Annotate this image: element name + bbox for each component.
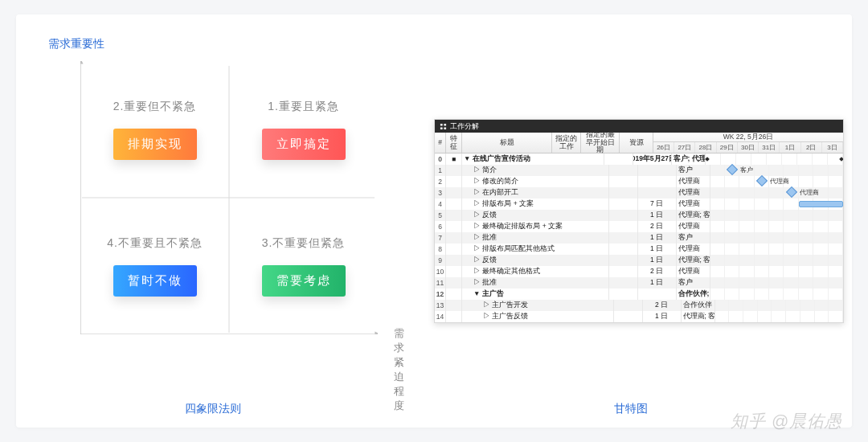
cell: 6 — [435, 221, 446, 232]
cell: 2 日 — [638, 221, 677, 232]
table-row: 14▷ 主广告反馈1 日代理商; 客 — [435, 311, 843, 322]
cell: ▷ 反馈 — [462, 210, 609, 221]
timeline-cell — [710, 221, 844, 232]
cell: 代理商 — [677, 244, 710, 255]
gantt-window-title: 工作分解 — [450, 121, 479, 132]
timeline-cell — [710, 198, 844, 210]
page: 需求重要性 2.重要但不紧急 排期实现 — [0, 0, 868, 442]
cell — [614, 311, 643, 322]
table-row: 15▷ 最终确定主广告1 日合作伙伴 — [435, 322, 843, 323]
timeline-cell: 代理商 — [710, 187, 844, 198]
cell: 1 日 — [638, 244, 677, 255]
cell — [446, 289, 462, 300]
timeline-cell — [715, 322, 844, 323]
col-res: 资源 — [620, 133, 653, 153]
cell: 12 — [435, 289, 446, 300]
q4-action: 暂时不做 — [113, 265, 197, 297]
cell: 代理商; 客 — [682, 311, 715, 322]
gantt-header-left: # 特征 标题 指定的工作 指定的最早开始日期 资源 — [435, 133, 653, 153]
cell: ▷ 反馈 — [462, 255, 609, 266]
col-title: 标题 — [462, 133, 552, 153]
q2-action: 排期实现 — [113, 129, 197, 160]
table-row: 9▷ 反馈1 日代理商; 客 — [435, 255, 843, 266]
cell: 0 — [435, 153, 446, 165]
cell: 1 日 — [643, 311, 682, 322]
x-axis-label: 需求紧迫程度 — [394, 326, 410, 413]
timeline-cell — [710, 210, 844, 221]
cell: 客户; 代理 — [672, 153, 706, 165]
cell: ▼ 主广告 — [462, 289, 609, 300]
card: 需求重要性 2.重要但不紧急 排期实现 — [16, 14, 852, 428]
table-row: 13▷ 主广告开发2 日合作伙伴 — [435, 300, 843, 311]
cell — [446, 255, 462, 266]
quadrant-4: 4.不重要且不紧急 暂时不做 — [80, 198, 229, 334]
cell: 7 — [435, 232, 446, 244]
cell — [614, 322, 643, 323]
tree-icon — [440, 123, 447, 130]
cell: 2 — [435, 176, 446, 187]
cell — [638, 187, 677, 198]
cell — [446, 277, 462, 289]
cell — [609, 198, 638, 210]
cell: 7 日 — [638, 198, 677, 210]
table-row: 12▼ 主广告合作伙伴; — [435, 289, 843, 300]
cell: ▷ 批准 — [462, 232, 609, 244]
cell: ▷ 最终确定主广告 — [462, 322, 614, 323]
cell — [609, 255, 638, 266]
col-assigned: 指定的工作 — [552, 133, 581, 153]
cell: 8 — [435, 244, 446, 255]
timeline-cell — [710, 277, 844, 289]
axes: 2.重要但不紧急 排期实现 1.重要且紧急 立即搞定 4.不重要且不紧急 暂时不… — [80, 61, 378, 334]
table-row: 8▷ 排版布局匹配其他格式1 日代理商 — [435, 244, 843, 255]
gantt-header-right: WK 22, 5月26日 26日27日28日29日30日31日1日2日3日 — [653, 133, 843, 153]
cell — [446, 176, 462, 187]
quadrant-3: 3.不重要但紧急 需要考虑 — [229, 198, 378, 334]
cell: ▷ 主广告开发 — [462, 300, 614, 311]
day-col: 26日 — [653, 142, 674, 153]
cell: 代理商; 客 — [677, 210, 710, 221]
timeline-cell — [710, 289, 844, 300]
cell — [446, 266, 462, 277]
cell — [638, 176, 677, 187]
cell: 代理商 — [677, 198, 710, 210]
cell — [609, 221, 638, 232]
left-caption: 四象限法则 — [16, 402, 410, 416]
cell — [609, 232, 638, 244]
cell — [638, 165, 677, 176]
col-feat: 特征 — [446, 133, 462, 153]
four-quadrant-panel: 需求重要性 2.重要但不紧急 排期实现 — [16, 14, 410, 428]
timeline-cell — [715, 311, 844, 322]
cell — [446, 187, 462, 198]
cell: 1 日 — [638, 232, 677, 244]
q4-title: 4.不重要且不紧急 — [107, 236, 203, 251]
timeline-cell — [715, 300, 844, 311]
cell: 代理商 — [677, 187, 710, 198]
cell: ▷ 最终确定排版布局 + 文案 — [462, 221, 609, 232]
cell: 2019年5月27日 — [633, 153, 672, 165]
cell — [446, 198, 462, 210]
gantt-body: 0■▼ 在线广告宣传活动2019年5月27日客户; 代理1▷ 简介客户客户2▷ … — [435, 153, 843, 322]
cell — [609, 187, 638, 198]
cell: 13 — [435, 300, 446, 311]
q2-title: 2.重要但不紧急 — [113, 100, 197, 114]
cell: 15 — [435, 322, 446, 323]
timeline-cell: 客户 — [710, 165, 844, 176]
gantt-panel: 工作分解 # 特征 标题 指定的工作 指定的最早开始日期 资源 WK 22, 5… — [410, 14, 852, 428]
day-col: 30日 — [738, 142, 759, 153]
day-col: 27日 — [674, 142, 695, 153]
cell — [446, 244, 462, 255]
y-axis-label: 需求重要性 — [48, 37, 104, 51]
cell: 代理商 — [677, 266, 710, 277]
timeline-cell — [710, 255, 844, 266]
cell: 合作伙伴 — [682, 300, 715, 311]
day-col: 1日 — [780, 142, 800, 153]
col-week: WK 22, 5月26日 — [653, 133, 843, 142]
cell: ▷ 最终确定其他格式 — [462, 266, 609, 277]
cell — [446, 221, 462, 232]
cell: 2 日 — [638, 266, 677, 277]
cell: ▷ 批准 — [462, 277, 609, 289]
cell: 2 日 — [643, 300, 682, 311]
cell — [609, 165, 638, 176]
gantt-window: 工作分解 # 特征 标题 指定的工作 指定的最早开始日期 资源 WK 22, 5… — [434, 119, 844, 323]
cell: ▷ 排版布局 + 文案 — [462, 198, 609, 210]
